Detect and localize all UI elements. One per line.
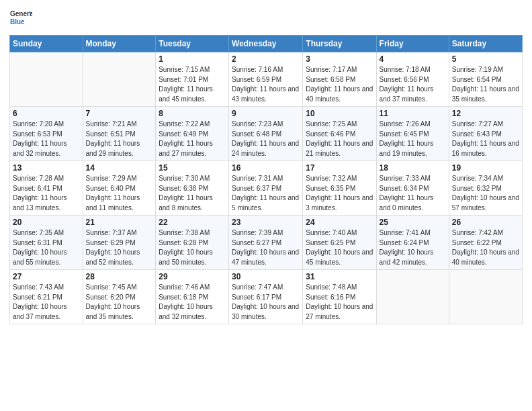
day-number: 17 bbox=[306, 163, 373, 173]
day-number: 2 bbox=[232, 54, 300, 64]
day-number: 21 bbox=[86, 218, 153, 227]
calendar-header-row: SundayMondayTuesdayWednesdayThursdayFrid… bbox=[10, 36, 523, 52]
day-number: 22 bbox=[159, 218, 226, 227]
day-number: 24 bbox=[306, 218, 373, 227]
calendar-cell: 21Sunrise: 7:37 AM Sunset: 6:29 PM Dayli… bbox=[83, 216, 156, 270]
day-number: 12 bbox=[452, 109, 519, 118]
day-info: Sunrise: 7:37 AM Sunset: 6:29 PM Dayligh… bbox=[86, 228, 153, 267]
svg-text:General: General bbox=[10, 10, 32, 17]
page-header: General Blue bbox=[9, 7, 523, 30]
calendar-cell: 10Sunrise: 7:25 AM Sunset: 6:46 PM Dayli… bbox=[303, 107, 376, 161]
calendar-cell: 24Sunrise: 7:40 AM Sunset: 6:25 PM Dayli… bbox=[303, 216, 376, 270]
day-info: Sunrise: 7:31 AM Sunset: 6:37 PM Dayligh… bbox=[232, 174, 300, 213]
day-number: 11 bbox=[380, 109, 446, 118]
calendar-cell: 22Sunrise: 7:38 AM Sunset: 6:28 PM Dayli… bbox=[156, 216, 229, 270]
calendar-cell: 15Sunrise: 7:30 AM Sunset: 6:38 PM Dayli… bbox=[156, 161, 229, 216]
day-info: Sunrise: 7:43 AM Sunset: 6:21 PM Dayligh… bbox=[13, 283, 80, 322]
day-info: Sunrise: 7:15 AM Sunset: 7:01 PM Dayligh… bbox=[159, 65, 226, 104]
calendar-cell: 26Sunrise: 7:42 AM Sunset: 6:22 PM Dayli… bbox=[449, 216, 522, 270]
day-info: Sunrise: 7:48 AM Sunset: 6:16 PM Dayligh… bbox=[306, 283, 373, 322]
day-header-monday: Monday bbox=[83, 36, 156, 52]
calendar-cell: 29Sunrise: 7:46 AM Sunset: 6:18 PM Dayli… bbox=[156, 270, 229, 324]
day-number: 31 bbox=[306, 272, 373, 281]
day-number: 7 bbox=[86, 109, 153, 118]
day-number: 4 bbox=[380, 54, 446, 64]
logo: General Blue bbox=[9, 7, 32, 30]
day-info: Sunrise: 7:16 AM Sunset: 6:59 PM Dayligh… bbox=[232, 65, 300, 104]
day-header-saturday: Saturday bbox=[449, 36, 522, 52]
day-number: 13 bbox=[13, 163, 80, 173]
calendar-week-3: 13Sunrise: 7:28 AM Sunset: 6:41 PM Dayli… bbox=[10, 161, 523, 216]
day-info: Sunrise: 7:41 AM Sunset: 6:24 PM Dayligh… bbox=[380, 228, 446, 267]
calendar-cell: 6Sunrise: 7:20 AM Sunset: 6:53 PM Daylig… bbox=[10, 107, 83, 161]
day-info: Sunrise: 7:47 AM Sunset: 6:17 PM Dayligh… bbox=[232, 283, 300, 322]
calendar-week-2: 6Sunrise: 7:20 AM Sunset: 6:53 PM Daylig… bbox=[10, 107, 523, 161]
logo-graphic-icon: General Blue bbox=[9, 7, 32, 30]
day-info: Sunrise: 7:32 AM Sunset: 6:35 PM Dayligh… bbox=[306, 174, 373, 213]
calendar-cell: 1Sunrise: 7:15 AM Sunset: 7:01 PM Daylig… bbox=[156, 52, 229, 107]
day-info: Sunrise: 7:39 AM Sunset: 6:27 PM Dayligh… bbox=[232, 228, 300, 267]
calendar-cell: 20Sunrise: 7:35 AM Sunset: 6:31 PM Dayli… bbox=[10, 216, 83, 270]
calendar-cell: 17Sunrise: 7:32 AM Sunset: 6:35 PM Dayli… bbox=[303, 161, 376, 216]
day-header-sunday: Sunday bbox=[10, 36, 83, 52]
day-header-tuesday: Tuesday bbox=[156, 36, 229, 52]
calendar-cell: 14Sunrise: 7:29 AM Sunset: 6:40 PM Dayli… bbox=[83, 161, 156, 216]
day-number: 10 bbox=[306, 109, 373, 118]
day-number: 29 bbox=[159, 272, 226, 281]
calendar-cell: 31Sunrise: 7:48 AM Sunset: 6:16 PM Dayli… bbox=[303, 270, 376, 324]
day-info: Sunrise: 7:25 AM Sunset: 6:46 PM Dayligh… bbox=[306, 120, 373, 158]
day-number: 26 bbox=[452, 218, 519, 227]
day-info: Sunrise: 7:46 AM Sunset: 6:18 PM Dayligh… bbox=[159, 283, 226, 322]
calendar-cell: 12Sunrise: 7:27 AM Sunset: 6:43 PM Dayli… bbox=[449, 107, 522, 161]
day-number: 14 bbox=[86, 163, 153, 173]
day-info: Sunrise: 7:17 AM Sunset: 6:58 PM Dayligh… bbox=[306, 65, 373, 104]
calendar-cell: 4Sunrise: 7:18 AM Sunset: 6:56 PM Daylig… bbox=[376, 52, 449, 107]
day-info: Sunrise: 7:19 AM Sunset: 6:54 PM Dayligh… bbox=[452, 65, 519, 104]
calendar-cell: 9Sunrise: 7:23 AM Sunset: 6:48 PM Daylig… bbox=[229, 107, 303, 161]
day-number: 9 bbox=[232, 109, 300, 118]
calendar-table: SundayMondayTuesdayWednesdayThursdayFrid… bbox=[9, 35, 523, 324]
day-number: 30 bbox=[232, 272, 300, 281]
calendar-cell: 3Sunrise: 7:17 AM Sunset: 6:58 PM Daylig… bbox=[303, 52, 376, 107]
day-info: Sunrise: 7:23 AM Sunset: 6:48 PM Dayligh… bbox=[232, 120, 300, 158]
day-number: 20 bbox=[13, 218, 80, 227]
day-number: 16 bbox=[232, 163, 300, 173]
calendar-cell bbox=[449, 270, 522, 324]
day-info: Sunrise: 7:40 AM Sunset: 6:25 PM Dayligh… bbox=[306, 228, 373, 267]
logo: General Blue bbox=[9, 7, 32, 30]
day-info: Sunrise: 7:34 AM Sunset: 6:32 PM Dayligh… bbox=[452, 174, 519, 213]
calendar-week-1: 1Sunrise: 7:15 AM Sunset: 7:01 PM Daylig… bbox=[10, 52, 523, 107]
calendar-cell: 7Sunrise: 7:21 AM Sunset: 6:51 PM Daylig… bbox=[83, 107, 156, 161]
day-header-wednesday: Wednesday bbox=[229, 36, 303, 52]
day-info: Sunrise: 7:35 AM Sunset: 6:31 PM Dayligh… bbox=[13, 228, 80, 267]
calendar-cell: 16Sunrise: 7:31 AM Sunset: 6:37 PM Dayli… bbox=[229, 161, 303, 216]
day-info: Sunrise: 7:45 AM Sunset: 6:20 PM Dayligh… bbox=[86, 283, 153, 322]
calendar-cell: 27Sunrise: 7:43 AM Sunset: 6:21 PM Dayli… bbox=[10, 270, 83, 324]
calendar-cell: 5Sunrise: 7:19 AM Sunset: 6:54 PM Daylig… bbox=[449, 52, 522, 107]
calendar-cell: 11Sunrise: 7:26 AM Sunset: 6:45 PM Dayli… bbox=[376, 107, 449, 161]
calendar-cell: 19Sunrise: 7:34 AM Sunset: 6:32 PM Dayli… bbox=[449, 161, 522, 216]
day-number: 19 bbox=[452, 163, 519, 173]
day-info: Sunrise: 7:38 AM Sunset: 6:28 PM Dayligh… bbox=[159, 228, 226, 267]
calendar-cell: 25Sunrise: 7:41 AM Sunset: 6:24 PM Dayli… bbox=[376, 216, 449, 270]
day-number: 25 bbox=[380, 218, 446, 227]
day-info: Sunrise: 7:33 AM Sunset: 6:34 PM Dayligh… bbox=[380, 174, 446, 213]
day-number: 23 bbox=[232, 218, 300, 227]
day-info: Sunrise: 7:21 AM Sunset: 6:51 PM Dayligh… bbox=[86, 120, 153, 158]
day-number: 27 bbox=[13, 272, 80, 281]
calendar-week-5: 27Sunrise: 7:43 AM Sunset: 6:21 PM Dayli… bbox=[10, 270, 523, 324]
day-number: 8 bbox=[159, 109, 226, 118]
svg-text:Blue: Blue bbox=[10, 18, 25, 26]
day-info: Sunrise: 7:28 AM Sunset: 6:41 PM Dayligh… bbox=[13, 174, 80, 213]
calendar-cell bbox=[10, 52, 83, 107]
calendar-cell: 28Sunrise: 7:45 AM Sunset: 6:20 PM Dayli… bbox=[83, 270, 156, 324]
calendar-cell bbox=[83, 52, 156, 107]
calendar-cell: 8Sunrise: 7:22 AM Sunset: 6:49 PM Daylig… bbox=[156, 107, 229, 161]
day-info: Sunrise: 7:30 AM Sunset: 6:38 PM Dayligh… bbox=[159, 174, 226, 213]
day-info: Sunrise: 7:18 AM Sunset: 6:56 PM Dayligh… bbox=[380, 65, 446, 104]
day-info: Sunrise: 7:42 AM Sunset: 6:22 PM Dayligh… bbox=[452, 228, 519, 267]
day-info: Sunrise: 7:20 AM Sunset: 6:53 PM Dayligh… bbox=[13, 120, 80, 158]
calendar-cell: 18Sunrise: 7:33 AM Sunset: 6:34 PM Dayli… bbox=[376, 161, 449, 216]
calendar-week-4: 20Sunrise: 7:35 AM Sunset: 6:31 PM Dayli… bbox=[10, 216, 523, 270]
day-info: Sunrise: 7:29 AM Sunset: 6:40 PM Dayligh… bbox=[86, 174, 153, 213]
